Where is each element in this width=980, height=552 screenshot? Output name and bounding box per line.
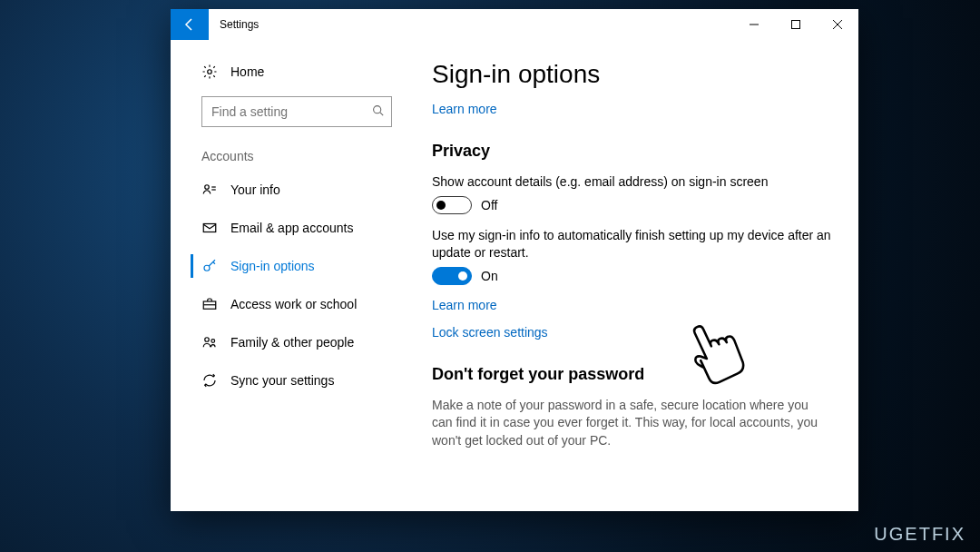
back-button[interactable] <box>171 9 209 40</box>
section-label: Accounts <box>171 149 423 171</box>
search-box[interactable] <box>201 96 392 127</box>
privacy-option-2-toggle[interactable] <box>432 267 472 285</box>
sidebar: Home Accounts Your info <box>171 40 423 511</box>
sidebar-item-email-accounts[interactable]: Email & app accounts <box>171 209 423 247</box>
password-heading: Don't forget your password <box>432 365 831 384</box>
search-input[interactable] <box>210 104 372 120</box>
settings-window: Settings Home <box>171 9 858 511</box>
home-button[interactable]: Home <box>171 56 423 87</box>
page-title: Sign-in options <box>432 60 831 89</box>
svg-rect-1 <box>792 21 800 29</box>
close-button[interactable] <box>817 9 858 40</box>
svg-point-14 <box>205 338 210 342</box>
learn-more-link-2[interactable]: Learn more <box>432 298 831 312</box>
sidebar-item-label: Email & app accounts <box>230 221 353 235</box>
watermark: UGETFIX <box>874 524 965 545</box>
maximize-button[interactable] <box>775 9 817 40</box>
people-icon <box>201 334 218 350</box>
privacy-option-1-label: Show account details (e.g. email address… <box>432 173 831 191</box>
svg-point-4 <box>208 70 212 74</box>
sidebar-item-label: Family & other people <box>230 335 354 350</box>
svg-rect-10 <box>203 224 216 232</box>
key-icon <box>201 258 218 274</box>
sidebar-item-sync[interactable]: Sync your settings <box>171 361 423 399</box>
learn-more-link[interactable]: Learn more <box>432 102 831 116</box>
content: Sign-in options Learn more Privacy Show … <box>423 40 858 511</box>
privacy-option-2-label: Use my sign-in info to automatically fin… <box>432 227 831 261</box>
sidebar-item-label: Sync your settings <box>230 373 334 388</box>
person-card-icon <box>201 182 218 198</box>
minimize-button[interactable] <box>733 9 775 40</box>
svg-point-7 <box>205 185 210 190</box>
sidebar-item-access-work-school[interactable]: Access work or school <box>171 285 423 323</box>
sidebar-item-family[interactable]: Family & other people <box>171 323 423 361</box>
search-icon <box>372 104 384 119</box>
sync-icon <box>201 372 218 389</box>
privacy-option-1-toggle[interactable] <box>432 196 472 214</box>
privacy-heading: Privacy <box>432 142 831 161</box>
sidebar-item-label: Access work or school <box>230 297 357 311</box>
sidebar-item-label: Sign-in options <box>230 259 315 273</box>
app-title: Settings <box>209 9 270 40</box>
gear-icon <box>201 64 218 80</box>
home-label: Home <box>230 64 264 79</box>
svg-line-6 <box>380 113 383 115</box>
sidebar-item-sign-in-options[interactable]: Sign-in options <box>171 247 423 285</box>
window-controls <box>733 9 858 40</box>
toggle-state: On <box>481 269 498 283</box>
briefcase-icon <box>201 296 218 312</box>
svg-point-11 <box>204 265 210 271</box>
svg-point-5 <box>374 106 381 113</box>
sidebar-item-your-info[interactable]: Your info <box>171 171 423 209</box>
svg-point-15 <box>211 340 215 343</box>
password-body: Make a note of your password in a safe, … <box>432 397 831 450</box>
toggle-state: Off <box>481 198 497 212</box>
envelope-icon <box>201 220 218 236</box>
titlebar: Settings <box>171 9 858 40</box>
lock-screen-settings-link[interactable]: Lock screen settings <box>432 325 831 340</box>
sidebar-item-label: Your info <box>230 182 280 197</box>
